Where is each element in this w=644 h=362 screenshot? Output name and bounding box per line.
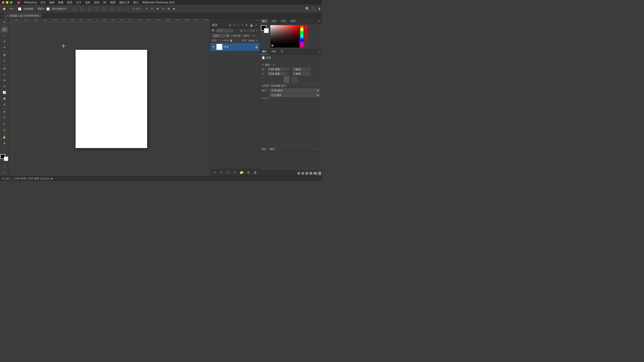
opacity-more-icon[interactable]: ⊙ [253, 34, 255, 37]
layers-icon-2[interactable]: ✎ [232, 23, 236, 27]
text-tool[interactable]: T [1, 115, 8, 121]
menu-text[interactable]: 文字 [74, 0, 83, 5]
bit-depth-select[interactable]: 8 位/通道 [270, 93, 320, 97]
menu-view[interactable]: 视图 [108, 0, 117, 5]
apple-menu[interactable]: 🍎 [15, 0, 22, 4]
tab-libraries[interactable]: 库 [278, 49, 285, 54]
align-h-center[interactable]: ⬛ [101, 7, 107, 11]
lock-paint-icon[interactable]: ✎ [222, 39, 224, 42]
layer-search-input[interactable] [216, 29, 234, 32]
3d-scale-btn[interactable]: ⊞ [166, 7, 171, 11]
lasso-tool[interactable]: ⊙ [1, 39, 8, 44]
layer-search-icon5[interactable]: ⊕ [252, 29, 255, 32]
layer-group-btn[interactable]: 📁 [239, 170, 245, 175]
tab-channels[interactable]: 通道 [260, 147, 268, 151]
lock-transparent-icon[interactable]: ⬚ [219, 39, 221, 42]
healing-tool[interactable]: ⊕ [1, 66, 8, 71]
quick-mask-btn[interactable]: ⬛ [1, 164, 8, 169]
document-tab[interactable]: ✕ 未标题-1 @ 33.3%(RGB/8) [4, 13, 42, 18]
layer-effects-btn[interactable]: fx [218, 170, 224, 175]
hue-slider[interactable] [300, 25, 304, 48]
move-tool[interactable]: ✛ [1, 27, 8, 32]
y-input[interactable] [293, 72, 310, 75]
fill-more-icon[interactable]: ⊙ [256, 39, 258, 42]
zoom-tool[interactable]: ⊕ [1, 141, 8, 146]
layers-icon-5[interactable]: ⊕ [245, 23, 248, 27]
clone-tool[interactable]: ⊛ [1, 78, 8, 83]
more-options-btn[interactable]: ··· [126, 7, 130, 11]
workspace-icon[interactable]: ⬛ [312, 7, 316, 11]
layer-search-icon6[interactable]: ⦿ [256, 29, 258, 32]
align-left[interactable]: ⬛ [94, 7, 100, 11]
shape-tool[interactable]: ◱ [1, 127, 8, 133]
landscape-btn[interactable] [292, 77, 298, 82]
close-button[interactable] [2, 1, 4, 4]
tab-gradients[interactable]: 渐变 [279, 18, 288, 24]
layer-item[interactable]: 👁 背景 🔒 [210, 43, 260, 51]
status-arrow-icon[interactable]: ▶ [51, 177, 53, 180]
align-right[interactable]: ⬛ [108, 7, 115, 11]
home-button[interactable]: 🏠 [1, 7, 7, 11]
align-top[interactable]: ⬛ [71, 7, 78, 11]
auto-select-checkbox[interactable] [18, 7, 21, 10]
toolbar-expand-btn[interactable]: ≫ [1, 19, 8, 25]
bottom-icon-2[interactable] [302, 172, 304, 175]
search-icon[interactable]: 🔍 [305, 7, 310, 11]
tab-adjustments[interactable]: 调整 [269, 49, 278, 54]
menu-3d[interactable]: 3D [101, 0, 108, 4]
layer-search-icon4[interactable]: T [250, 29, 251, 32]
props-more-btn[interactable]: ≡ [317, 49, 322, 54]
canvas-content[interactable] [12, 22, 210, 176]
menu-extras[interactable]: 增效工具 [117, 0, 132, 5]
tab-properties[interactable]: 属性 [260, 49, 269, 54]
3d-slide-btn[interactable]: ✦ [161, 7, 166, 11]
layer-mask-btn[interactable]: ⬛ [225, 170, 231, 175]
eraser-tool[interactable]: ⬜ [1, 90, 8, 95]
background-color-swatch[interactable] [264, 28, 269, 33]
layers-icon-more[interactable]: ≡ [255, 23, 258, 27]
layer-delete-btn[interactable]: 🗑 [252, 170, 258, 175]
layer-visibility-toggle[interactable]: 👁 [212, 45, 215, 49]
menu-file[interactable]: 文件 [38, 0, 48, 5]
layer-new-btn[interactable]: ⊕ [246, 170, 251, 175]
tab-color[interactable]: 颜色 [260, 18, 269, 24]
bottom-icon-3[interactable] [305, 172, 309, 175]
layers-icon-4[interactable]: T [241, 23, 244, 27]
color-panel-more-btn[interactable]: ≡ [317, 18, 322, 24]
eyedropper-tool[interactable]: ✎ [1, 58, 8, 64]
layers-icon-3[interactable]: + [237, 23, 240, 27]
alpha-slider[interactable] [304, 25, 308, 48]
menu-photoshop[interactable]: Photoshop [22, 0, 38, 4]
layer-link-btn[interactable]: ∞ [212, 170, 218, 175]
hand-tool[interactable]: ✋ [1, 135, 8, 140]
history-tool[interactable]: ↺ [1, 84, 8, 89]
gradient-tool[interactable]: ▣ [1, 96, 8, 101]
blur-tool[interactable]: ⊙ [1, 102, 8, 107]
width-input[interactable] [268, 67, 286, 71]
3d-orbit-btn[interactable]: ⊙ [144, 7, 149, 11]
tab-close-btn[interactable]: ✕ [7, 14, 9, 17]
crop-tool[interactable]: ⊞ [1, 52, 8, 58]
brush-tool[interactable]: ✏ [1, 72, 8, 77]
layers-icon-6[interactable]: 🔒 [249, 23, 254, 27]
x-input[interactable] [293, 67, 310, 71]
maximize-button[interactable] [10, 1, 12, 4]
portrait-btn[interactable] [284, 76, 289, 83]
layer-dropdown[interactable]: 图层 ▾ [36, 7, 46, 11]
channels-more-btn[interactable]: ≡ [318, 147, 322, 151]
layers-icon-1[interactable]: ⊞ [228, 23, 232, 27]
layer-search-icon2[interactable]: ✎ [244, 29, 246, 32]
lock-artboard-icon[interactable]: ⊞ [227, 39, 229, 42]
more-tools-btn[interactable]: ··· [1, 148, 8, 154]
minimize-button[interactable] [6, 1, 8, 4]
bottom-icon-1[interactable] [298, 172, 300, 175]
proportional-link-icon[interactable]: ⊛ [272, 63, 275, 67]
tab-swatches[interactable]: 色板 [269, 18, 279, 24]
screen-mode-btn[interactable]: ⬚ [1, 170, 8, 175]
layer-adj-btn[interactable]: ⊙ [232, 170, 238, 175]
rect-select-tool[interactable]: ⬚ [1, 33, 8, 38]
panel-collapse-btn[interactable]: ≫ [256, 19, 258, 21]
menu-select[interactable]: 选择 [83, 0, 92, 5]
tab-patterns[interactable]: 图案 [288, 18, 298, 24]
mode-select[interactable]: RGB 颜色 [270, 88, 320, 92]
